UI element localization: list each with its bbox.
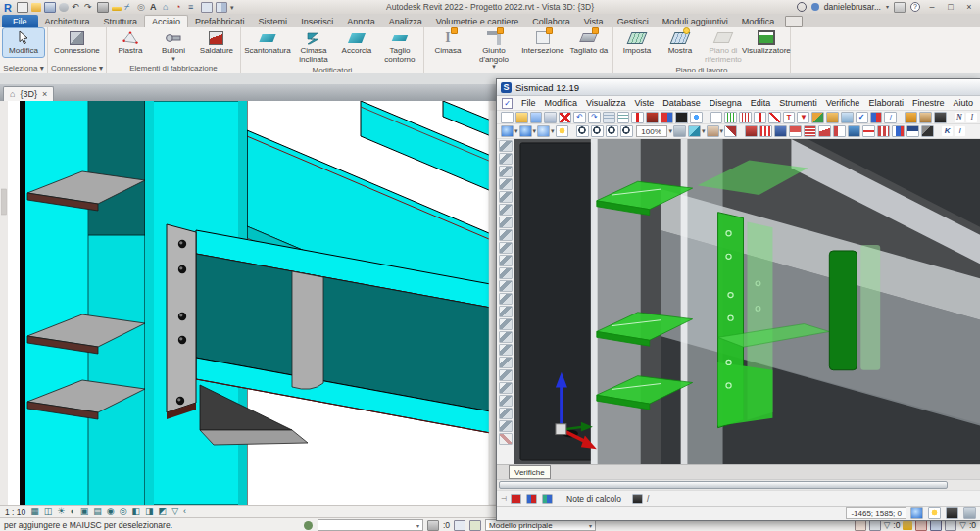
view-scale[interactable]: 1 : 10 [5,507,25,517]
taglio-contorno-button[interactable]: Taglio contorno [379,28,420,65]
new-window-icon[interactable] [17,2,28,13]
mostra-button[interactable]: Mostra [660,28,701,57]
dropdown-icon[interactable]: ▾ [551,128,555,134]
menu-disegna[interactable]: Disegna [710,98,742,108]
open-icon[interactable] [31,3,41,12]
check-icon[interactable]: ✓ [856,112,868,123]
view-shaded-icon[interactable] [519,125,532,137]
section-icon[interactable] [707,125,719,137]
menu-edita[interactable]: Edita [751,98,771,108]
redo-icon[interactable]: ↷ [84,3,94,12]
menu-finestre[interactable]: Finestre [912,98,945,108]
dropdown-icon[interactable]: ▾ [533,128,537,134]
redo-icon[interactable]: ↷ [588,112,601,123]
bricks-icon[interactable] [804,125,816,137]
revit-app-menu-icon[interactable]: R [4,3,14,12]
dropdown-icon[interactable]: ▾ [514,128,518,134]
thin-lines-icon[interactable]: ≡ [188,3,198,12]
fill-icon[interactable] [811,112,824,123]
element-tool-icon[interactable] [499,166,513,177]
visualizzatore-button[interactable]: Visualizzatore [746,28,787,57]
element-tool-icon[interactable] [499,395,513,407]
undo-icon[interactable]: ↶ [72,3,81,12]
pin-icon[interactable]: ⊣ [501,495,507,503]
workset-selector[interactable]: ▾ [318,519,423,531]
element-tool-icon[interactable] [499,255,513,266]
menu-modifica[interactable]: Modifica [545,98,578,108]
customize-qat-icon[interactable]: ▾ [230,3,240,12]
account-user[interactable]: danielebrusar... [824,2,881,12]
beam-check-icon[interactable] [862,125,875,137]
close-hidden-windows-icon[interactable] [201,2,213,13]
sismicad-titlebar[interactable]: S Sismicad 12.19 [497,79,980,96]
sismicad-3d-viewport[interactable] [514,139,980,464]
image-icon[interactable] [841,112,854,123]
element-tool-icon[interactable] [499,153,513,165]
dropdown-icon[interactable]: ▾ [720,128,724,134]
menu-database[interactable]: Database [662,98,701,108]
tab-annota[interactable]: Annota [340,15,382,27]
filter-icon[interactable]: ▽ [959,520,966,530]
plate-check-icon[interactable] [906,125,919,137]
labels-icon[interactable]: K [942,126,953,136]
measure-icon[interactable] [112,7,122,11]
select-by-face-icon[interactable] [945,520,956,531]
tab-vista[interactable]: Vista [577,15,611,27]
save-icon[interactable] [544,112,557,123]
error-icon[interactable] [511,494,521,504]
monitor-red-icon[interactable] [745,125,758,137]
search-icon[interactable] [797,2,807,12]
filter-view-icon[interactable]: ▽ [172,507,178,517]
view-wireframe-icon[interactable] [537,125,550,137]
sync-icon[interactable] [59,3,69,12]
zoom-out-icon[interactable] [606,125,618,137]
connessione-button[interactable]: Connessione [53,28,100,57]
tab-gestisci[interactable]: Gestisci [611,15,656,27]
search-icon[interactable] [946,507,958,519]
thermometer-red-icon[interactable] [754,112,766,123]
element-tool-icon[interactable] [499,204,513,216]
preferences-icon[interactable] [675,112,688,123]
graph-icon[interactable]: / [647,494,649,504]
menu-elaborati[interactable]: Elaborati [868,98,904,108]
select-links-icon[interactable] [903,521,912,530]
analytical-model-icon[interactable]: ◨ [145,507,154,517]
element-tool-icon[interactable] [499,267,513,279]
bulloni-button[interactable]: Bulloni ▾ [153,28,194,63]
menu-aiuto[interactable]: Aiuto [953,98,973,108]
element-tool-icon[interactable] [499,293,513,305]
worksets-icon[interactable] [304,521,314,530]
app-store-icon[interactable] [894,2,906,13]
imposta-button[interactable]: Imposta [616,28,658,57]
print-icon[interactable] [97,2,109,13]
default-3d-view-icon[interactable]: ⌂ [163,3,172,12]
element-tool-icon[interactable] [499,306,513,317]
shadows-icon[interactable]: ◐ [70,507,74,517]
element-tool-icon[interactable] [499,318,513,330]
piastra-button[interactable]: Piastra [110,28,151,57]
window-menu-icon[interactable]: ✓ [502,98,513,109]
light-icon[interactable] [556,125,568,137]
tag-icon[interactable]: ◎ [137,3,147,12]
element-tool-icon[interactable] [499,331,513,343]
accorcia-button[interactable]: Accorcia [336,28,377,57]
press-drag-icon[interactable] [869,520,881,531]
element-tool-icon[interactable] [499,140,513,152]
building-icon[interactable] [646,112,659,123]
arrow-down-icon[interactable]: ▼ [797,112,809,123]
warning-icon[interactable] [526,494,537,504]
font-style-icon[interactable]: N [955,113,965,122]
house-red-icon[interactable] [789,125,802,137]
close-view-icon[interactable]: × [42,89,47,99]
section-icon[interactable]: ◔ [175,3,185,12]
note-di-calcolo-tab[interactable]: Note di calcolo [566,494,621,504]
flag-icon[interactable] [921,125,934,137]
element-tool-icon[interactable] [499,382,513,394]
element-tool-icon[interactable] [499,369,513,381]
help-icon[interactable]: ? [910,2,920,12]
orbit-icon[interactable] [673,125,686,137]
aligned-dimension-icon[interactable]: ⌿ [124,3,134,12]
view-3d-icon[interactable] [501,125,514,137]
giunto-angolo-button[interactable]: Giunto d'angolo ▾ [470,28,517,71]
phases-icon[interactable] [469,520,481,531]
